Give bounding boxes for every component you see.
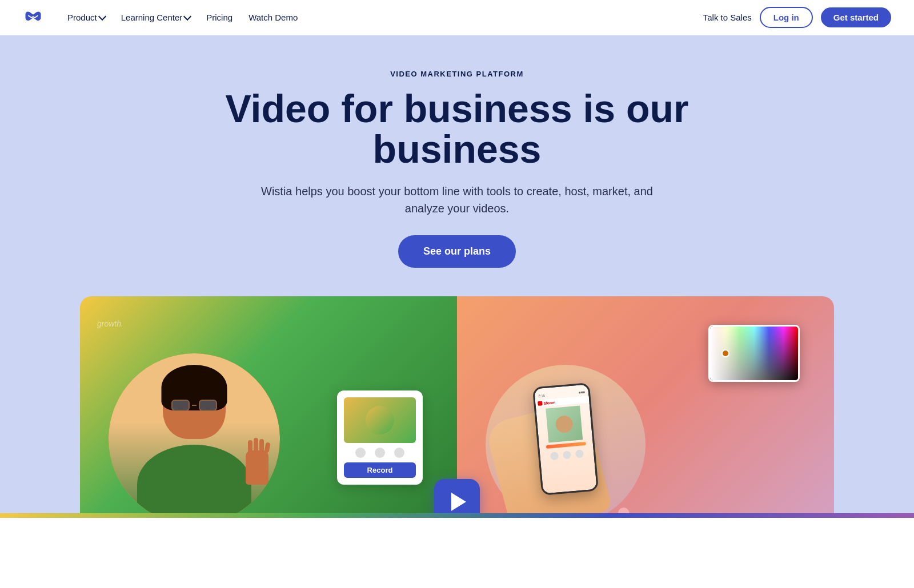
hero-title: Video for business is our business xyxy=(143,88,771,170)
nav-pricing-label: Pricing xyxy=(206,13,232,22)
nav-product[interactable]: Product xyxy=(61,8,112,27)
record-icon-row xyxy=(344,448,416,458)
color-picker-overlay xyxy=(708,325,800,382)
video-container: growth. xyxy=(80,296,834,513)
phone-progress-bar xyxy=(546,442,586,449)
growth-label: growth. xyxy=(97,319,123,328)
record-icon-screen xyxy=(375,448,385,458)
talk-to-sales-link[interactable]: Talk to Sales xyxy=(703,13,752,22)
nav-product-label: Product xyxy=(67,13,97,22)
login-button[interactable]: Log in xyxy=(760,7,813,28)
nav-learning-chevron-icon xyxy=(183,13,191,21)
record-icon-person xyxy=(355,448,366,458)
play-triangle-icon xyxy=(451,493,466,511)
nav-right: Talk to Sales Log in Get started xyxy=(703,7,891,28)
hero-eyebrow: VIDEO MARKETING PLATFORM xyxy=(390,70,524,78)
play-button[interactable] xyxy=(434,479,480,513)
record-ui-overlay: Record xyxy=(337,390,423,485)
bottom-gradient-bar xyxy=(0,513,914,518)
nav-watch-demo[interactable]: Watch Demo xyxy=(242,8,304,27)
nav-product-chevron-icon xyxy=(98,13,106,21)
get-started-button[interactable]: Get started xyxy=(821,7,891,27)
nav-learning-center[interactable]: Learning Center xyxy=(114,8,198,27)
video-left-panel: growth. xyxy=(80,296,457,513)
video-right-panel: 2:15 ■■■ bloom xyxy=(457,296,834,513)
nav-demo-label: Watch Demo xyxy=(248,13,298,22)
logo[interactable] xyxy=(23,10,43,26)
hero-section: VIDEO MARKETING PLATFORM Video for busin… xyxy=(0,35,914,296)
color-gradient xyxy=(710,327,798,380)
video-section: growth. xyxy=(0,296,914,513)
hero-subtitle: Wistia helps you boost your bottom line … xyxy=(257,183,657,217)
nav-pricing[interactable]: Pricing xyxy=(199,8,239,27)
phone-person-image xyxy=(546,405,583,442)
nav-learning-label: Learning Center xyxy=(121,13,183,22)
see-plans-button[interactable]: See our plans xyxy=(398,235,516,268)
phone-circle: 2:15 ■■■ bloom xyxy=(486,365,646,513)
phone-screen: 2:15 ■■■ bloom xyxy=(534,384,597,493)
wistia-logo-icon xyxy=(23,10,43,26)
record-icon-camera xyxy=(394,448,404,458)
phone-mockup: 2:15 ■■■ bloom xyxy=(532,382,599,496)
person-circle xyxy=(109,353,280,513)
nav-links: Product Learning Center Pricing Watch De… xyxy=(61,8,703,27)
phone-app-name: bloom xyxy=(543,400,556,405)
record-thumb xyxy=(344,397,416,443)
navbar: Product Learning Center Pricing Watch De… xyxy=(0,0,914,35)
record-button[interactable]: Record xyxy=(344,462,416,478)
color-picker-dot xyxy=(721,349,729,357)
